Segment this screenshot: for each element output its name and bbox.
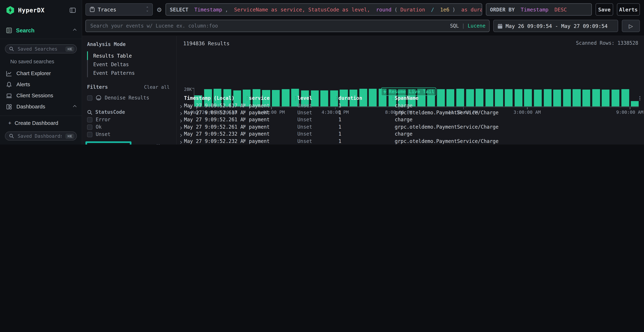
filter-group-name: StatusCode — [95, 109, 125, 115]
table-body: May 27 9:09:52.617 AM payment Unset 1 ch… — [178, 102, 644, 144]
sql-token: ORDER BY — [490, 6, 518, 12]
col-duration[interactable]: duration — [335, 95, 392, 101]
scanned-rows: Scanned Rows: 1338528 — [576, 40, 638, 46]
create-dashboard-button[interactable]: + Create Dashboard — [0, 118, 82, 128]
time-range-picker[interactable]: May 26 09:09:54 - May 27 09:09:54 — [493, 20, 618, 32]
cell-duration: 1 — [335, 124, 392, 130]
gear-icon[interactable]: ⚙ — [156, 6, 162, 12]
col-timestamp[interactable]: Timestamp (Local) — [184, 95, 246, 101]
checkbox[interactable] — [87, 95, 92, 100]
saved-searches-input[interactable]: ⌘K — [5, 44, 77, 54]
query-language-toggle[interactable]: SQL | Lucene — [450, 23, 486, 29]
analysis-mode-list: Results Table Event Deltas Event Pattern… — [87, 51, 176, 77]
analysis-mode-option[interactable]: Results Table — [88, 51, 176, 60]
search-icon — [9, 134, 14, 139]
filter-option-label: Unset — [96, 132, 110, 137]
filter-group-servicename[interactable]: ServiceName — [87, 144, 130, 144]
cell-level: Unset — [294, 138, 335, 144]
cell-level: Unset — [294, 117, 335, 122]
sidebar-item-label: Dashboards — [16, 104, 45, 110]
expand-row-icon[interactable] — [179, 112, 182, 115]
expand-row-icon[interactable] — [179, 120, 182, 122]
clear-all-button[interactable]: Clear all — [144, 84, 170, 90]
saved-searches-field[interactable] — [17, 46, 62, 52]
col-service[interactable]: service — [246, 95, 294, 101]
plus-icon: + — [8, 120, 11, 126]
laptop-icon — [6, 92, 12, 99]
saved-dashboards-input[interactable]: ⌘K — [5, 132, 77, 140]
filter-option[interactable]: Unset — [82, 130, 176, 138]
save-button[interactable]: Save — [596, 3, 613, 16]
cell-duration: 1 — [335, 110, 392, 116]
chevron-up-icon[interactable] — [73, 28, 76, 32]
event-search-input[interactable] — [90, 22, 447, 29]
filter-group-statuscode[interactable]: StatusCode — [82, 108, 176, 116]
filter-option[interactable]: Ok — [82, 123, 176, 130]
sql-token: , — [225, 6, 231, 12]
event-search-box[interactable]: SQL | Lucene — [86, 20, 490, 32]
sql-token: Duration — [400, 6, 428, 12]
cell-level: Unset — [294, 124, 335, 130]
filter-option[interactable]: Error — [82, 116, 176, 123]
cell-spanname: grpc.oteldemo.PaymentService/Charge — [392, 138, 636, 144]
table-row[interactable]: May 27 9:09:52.617 AM payment Unset 1 gr… — [178, 108, 644, 116]
saved-dashboards-field[interactable] — [17, 133, 62, 139]
expand-row-icon[interactable] — [179, 134, 182, 137]
app-window: HyperDX Search ⌘K No saved searches — [0, 0, 644, 144]
expand-row-icon[interactable] — [179, 105, 182, 108]
table-row[interactable]: May 27 9:09:52.617 AM payment Unset 1 ch… — [178, 102, 644, 108]
sidebar-item-chart-explorer[interactable]: Chart Explorer — [0, 68, 82, 79]
sidebar-item-label: Chart Explorer — [16, 70, 51, 76]
denoise-results-toggle[interactable]: Denoise Results — [82, 94, 176, 102]
sidebar-item-client-sessions[interactable]: Client Sessions — [0, 90, 82, 101]
denoise-label: Denoise Results — [105, 95, 149, 101]
sidebar-collapse-icon[interactable] — [70, 7, 76, 14]
table-header-row: Timestamp (Local) service level duration… — [178, 94, 644, 102]
table-row[interactable]: May 27 9:09:52.232 AM payment Unset 1 ch… — [178, 130, 644, 138]
chevron-up-icon[interactable] — [73, 105, 76, 108]
checkbox[interactable] — [87, 132, 92, 137]
expand-row-icon[interactable] — [179, 127, 182, 130]
y-max-label: 28K — [184, 87, 192, 92]
select-chevrons-icon: ⌃⌄ — [146, 7, 149, 12]
sidebar-item-alerts[interactable]: Alerts — [0, 79, 82, 90]
source-select[interactable]: Traces ⌃⌄ — [86, 3, 153, 16]
col-level[interactable]: level — [294, 95, 335, 101]
cell-service: payment — [246, 117, 294, 122]
alerts-button[interactable]: Alerts — [617, 3, 640, 16]
sidebar-item-dashboards[interactable]: Dashboards — [0, 101, 82, 112]
col-spanname[interactable]: SpanName — [392, 95, 636, 101]
analysis-mode-label: Event Patterns — [93, 70, 135, 76]
table-row[interactable]: May 27 9:09:52.232 AM payment Unset 1 gr… — [178, 138, 644, 144]
sql-token: ( — [394, 6, 398, 12]
checkbox[interactable] — [87, 124, 92, 130]
sql-select-input[interactable]: SELECT Timestamp, ServiceName as service… — [166, 3, 482, 16]
sql-mode-option[interactable]: SQL — [450, 23, 459, 29]
table-row[interactable]: May 27 9:09:52.261 AM payment Unset 1 ch… — [178, 116, 644, 123]
search-nav-icon — [6, 27, 12, 34]
cell-service: payment — [246, 138, 294, 144]
cell-service: payment — [246, 110, 294, 116]
checkbox[interactable] — [87, 117, 92, 122]
database-icon — [90, 6, 95, 12]
cell-level: Unset — [294, 102, 335, 108]
divider — [0, 116, 82, 116]
column-settings-icon[interactable]: ⋮ — [636, 95, 644, 101]
sql-token: DESC — [554, 6, 567, 12]
order-by-input[interactable]: ORDER BY Timestamp DESC — [486, 3, 592, 16]
sql-token: ) — [452, 6, 458, 12]
run-query-button[interactable]: ▷ — [622, 20, 640, 32]
sidebar-item-search[interactable]: Search — [0, 26, 82, 35]
top-bar: Traces ⌃⌄ ⚙ SELECT Timestamp, ServiceNam… — [82, 0, 644, 36]
content-area: Analysis Mode Results Table Event Deltas… — [82, 36, 644, 144]
cell-duration: 1 — [335, 131, 392, 137]
analysis-mode-option[interactable]: Event Patterns — [88, 69, 176, 77]
expand-row-icon[interactable] — [179, 141, 182, 144]
tutorial-highlight-box: ServiceName payment — [86, 141, 132, 144]
lucene-mode-option[interactable]: Lucene — [468, 23, 486, 29]
cell-service: payment — [246, 102, 294, 108]
kbd-shortcut: ⌘K — [65, 133, 74, 139]
table-row[interactable]: May 27 9:09:52.261 AM payment Unset 1 gr… — [178, 123, 644, 130]
clear-servicename-button[interactable]: Clear — [156, 144, 170, 144]
analysis-mode-option[interactable]: Event Deltas — [88, 60, 176, 68]
